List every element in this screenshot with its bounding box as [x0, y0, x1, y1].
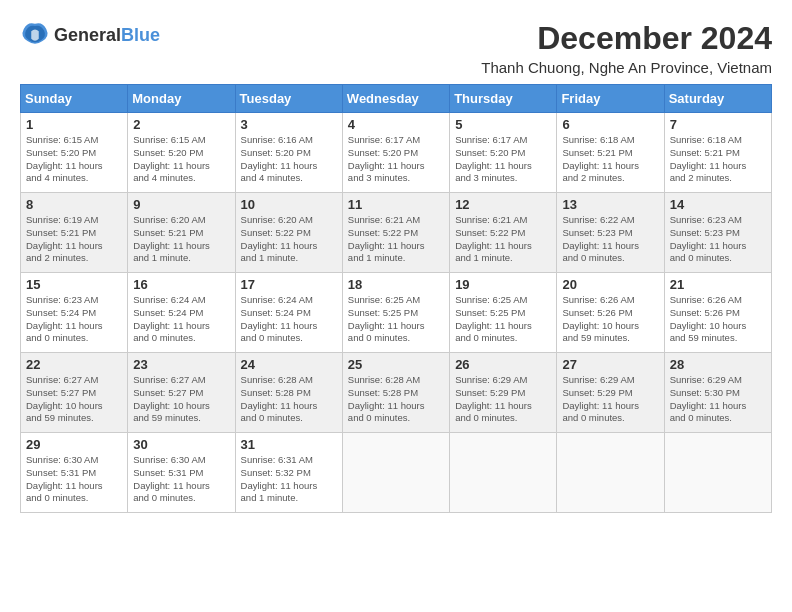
day-number: 1 — [26, 117, 122, 132]
day-number: 31 — [241, 437, 337, 452]
table-cell: 1Sunrise: 6:15 AM Sunset: 5:20 PM Daylig… — [21, 113, 128, 193]
calendar-table: Sunday Monday Tuesday Wednesday Thursday… — [20, 84, 772, 513]
table-cell: 29Sunrise: 6:30 AM Sunset: 5:31 PM Dayli… — [21, 433, 128, 513]
day-number: 12 — [455, 197, 551, 212]
week-row-1: 1Sunrise: 6:15 AM Sunset: 5:20 PM Daylig… — [21, 113, 772, 193]
day-info: Sunrise: 6:19 AM Sunset: 5:21 PM Dayligh… — [26, 214, 122, 265]
table-cell: 3Sunrise: 6:16 AM Sunset: 5:20 PM Daylig… — [235, 113, 342, 193]
day-info: Sunrise: 6:15 AM Sunset: 5:20 PM Dayligh… — [133, 134, 229, 185]
table-cell — [664, 433, 771, 513]
day-info: Sunrise: 6:21 AM Sunset: 5:22 PM Dayligh… — [455, 214, 551, 265]
day-number: 26 — [455, 357, 551, 372]
day-number: 22 — [26, 357, 122, 372]
day-number: 18 — [348, 277, 444, 292]
table-cell: 14Sunrise: 6:23 AM Sunset: 5:23 PM Dayli… — [664, 193, 771, 273]
day-number: 16 — [133, 277, 229, 292]
day-info: Sunrise: 6:23 AM Sunset: 5:23 PM Dayligh… — [670, 214, 766, 265]
day-info: Sunrise: 6:15 AM Sunset: 5:20 PM Dayligh… — [26, 134, 122, 185]
table-cell: 8Sunrise: 6:19 AM Sunset: 5:21 PM Daylig… — [21, 193, 128, 273]
col-sunday: Sunday — [21, 85, 128, 113]
day-info: Sunrise: 6:25 AM Sunset: 5:25 PM Dayligh… — [455, 294, 551, 345]
table-cell: 20Sunrise: 6:26 AM Sunset: 5:26 PM Dayli… — [557, 273, 664, 353]
day-number: 7 — [670, 117, 766, 132]
day-info: Sunrise: 6:30 AM Sunset: 5:31 PM Dayligh… — [133, 454, 229, 505]
table-cell: 24Sunrise: 6:28 AM Sunset: 5:28 PM Dayli… — [235, 353, 342, 433]
day-info: Sunrise: 6:27 AM Sunset: 5:27 PM Dayligh… — [26, 374, 122, 425]
day-number: 28 — [670, 357, 766, 372]
day-info: Sunrise: 6:30 AM Sunset: 5:31 PM Dayligh… — [26, 454, 122, 505]
day-info: Sunrise: 6:29 AM Sunset: 5:29 PM Dayligh… — [562, 374, 658, 425]
col-monday: Monday — [128, 85, 235, 113]
day-number: 6 — [562, 117, 658, 132]
table-cell: 25Sunrise: 6:28 AM Sunset: 5:28 PM Dayli… — [342, 353, 449, 433]
table-cell: 17Sunrise: 6:24 AM Sunset: 5:24 PM Dayli… — [235, 273, 342, 353]
day-info: Sunrise: 6:18 AM Sunset: 5:21 PM Dayligh… — [562, 134, 658, 185]
table-cell: 13Sunrise: 6:22 AM Sunset: 5:23 PM Dayli… — [557, 193, 664, 273]
table-cell: 27Sunrise: 6:29 AM Sunset: 5:29 PM Dayli… — [557, 353, 664, 433]
table-cell: 4Sunrise: 6:17 AM Sunset: 5:20 PM Daylig… — [342, 113, 449, 193]
day-number: 24 — [241, 357, 337, 372]
table-cell: 10Sunrise: 6:20 AM Sunset: 5:22 PM Dayli… — [235, 193, 342, 273]
day-number: 23 — [133, 357, 229, 372]
day-number: 21 — [670, 277, 766, 292]
day-number: 3 — [241, 117, 337, 132]
title-section: December 2024 Thanh Chuong, Nghe An Prov… — [481, 20, 772, 76]
day-info: Sunrise: 6:20 AM Sunset: 5:22 PM Dayligh… — [241, 214, 337, 265]
table-cell: 30Sunrise: 6:30 AM Sunset: 5:31 PM Dayli… — [128, 433, 235, 513]
col-saturday: Saturday — [664, 85, 771, 113]
col-friday: Friday — [557, 85, 664, 113]
logo-text: GeneralBlue — [54, 25, 160, 46]
table-cell: 28Sunrise: 6:29 AM Sunset: 5:30 PM Dayli… — [664, 353, 771, 433]
day-number: 11 — [348, 197, 444, 212]
table-cell: 9Sunrise: 6:20 AM Sunset: 5:21 PM Daylig… — [128, 193, 235, 273]
table-cell: 6Sunrise: 6:18 AM Sunset: 5:21 PM Daylig… — [557, 113, 664, 193]
table-cell: 22Sunrise: 6:27 AM Sunset: 5:27 PM Dayli… — [21, 353, 128, 433]
day-info: Sunrise: 6:29 AM Sunset: 5:30 PM Dayligh… — [670, 374, 766, 425]
day-info: Sunrise: 6:23 AM Sunset: 5:24 PM Dayligh… — [26, 294, 122, 345]
day-number: 9 — [133, 197, 229, 212]
day-info: Sunrise: 6:21 AM Sunset: 5:22 PM Dayligh… — [348, 214, 444, 265]
day-number: 2 — [133, 117, 229, 132]
table-cell: 11Sunrise: 6:21 AM Sunset: 5:22 PM Dayli… — [342, 193, 449, 273]
day-number: 15 — [26, 277, 122, 292]
table-cell: 26Sunrise: 6:29 AM Sunset: 5:29 PM Dayli… — [450, 353, 557, 433]
day-number: 27 — [562, 357, 658, 372]
table-cell: 16Sunrise: 6:24 AM Sunset: 5:24 PM Dayli… — [128, 273, 235, 353]
day-info: Sunrise: 6:29 AM Sunset: 5:29 PM Dayligh… — [455, 374, 551, 425]
table-cell: 31Sunrise: 6:31 AM Sunset: 5:32 PM Dayli… — [235, 433, 342, 513]
month-title: December 2024 — [481, 20, 772, 57]
logo-icon — [20, 20, 50, 50]
day-info: Sunrise: 6:26 AM Sunset: 5:26 PM Dayligh… — [670, 294, 766, 345]
day-info: Sunrise: 6:20 AM Sunset: 5:21 PM Dayligh… — [133, 214, 229, 265]
day-info: Sunrise: 6:31 AM Sunset: 5:32 PM Dayligh… — [241, 454, 337, 505]
table-cell — [450, 433, 557, 513]
table-cell — [557, 433, 664, 513]
day-info: Sunrise: 6:24 AM Sunset: 5:24 PM Dayligh… — [241, 294, 337, 345]
week-row-2: 8Sunrise: 6:19 AM Sunset: 5:21 PM Daylig… — [21, 193, 772, 273]
day-number: 4 — [348, 117, 444, 132]
location-title: Thanh Chuong, Nghe An Province, Vietnam — [481, 59, 772, 76]
day-number: 5 — [455, 117, 551, 132]
day-info: Sunrise: 6:17 AM Sunset: 5:20 PM Dayligh… — [455, 134, 551, 185]
day-info: Sunrise: 6:22 AM Sunset: 5:23 PM Dayligh… — [562, 214, 658, 265]
day-number: 20 — [562, 277, 658, 292]
week-row-3: 15Sunrise: 6:23 AM Sunset: 5:24 PM Dayli… — [21, 273, 772, 353]
col-thursday: Thursday — [450, 85, 557, 113]
table-cell: 23Sunrise: 6:27 AM Sunset: 5:27 PM Dayli… — [128, 353, 235, 433]
week-row-5: 29Sunrise: 6:30 AM Sunset: 5:31 PM Dayli… — [21, 433, 772, 513]
table-cell: 5Sunrise: 6:17 AM Sunset: 5:20 PM Daylig… — [450, 113, 557, 193]
day-info: Sunrise: 6:18 AM Sunset: 5:21 PM Dayligh… — [670, 134, 766, 185]
table-cell: 2Sunrise: 6:15 AM Sunset: 5:20 PM Daylig… — [128, 113, 235, 193]
day-info: Sunrise: 6:25 AM Sunset: 5:25 PM Dayligh… — [348, 294, 444, 345]
day-info: Sunrise: 6:26 AM Sunset: 5:26 PM Dayligh… — [562, 294, 658, 345]
day-number: 17 — [241, 277, 337, 292]
table-cell: 18Sunrise: 6:25 AM Sunset: 5:25 PM Dayli… — [342, 273, 449, 353]
day-info: Sunrise: 6:17 AM Sunset: 5:20 PM Dayligh… — [348, 134, 444, 185]
day-number: 14 — [670, 197, 766, 212]
day-number: 19 — [455, 277, 551, 292]
col-wednesday: Wednesday — [342, 85, 449, 113]
day-info: Sunrise: 6:16 AM Sunset: 5:20 PM Dayligh… — [241, 134, 337, 185]
day-number: 10 — [241, 197, 337, 212]
day-info: Sunrise: 6:24 AM Sunset: 5:24 PM Dayligh… — [133, 294, 229, 345]
day-info: Sunrise: 6:28 AM Sunset: 5:28 PM Dayligh… — [348, 374, 444, 425]
